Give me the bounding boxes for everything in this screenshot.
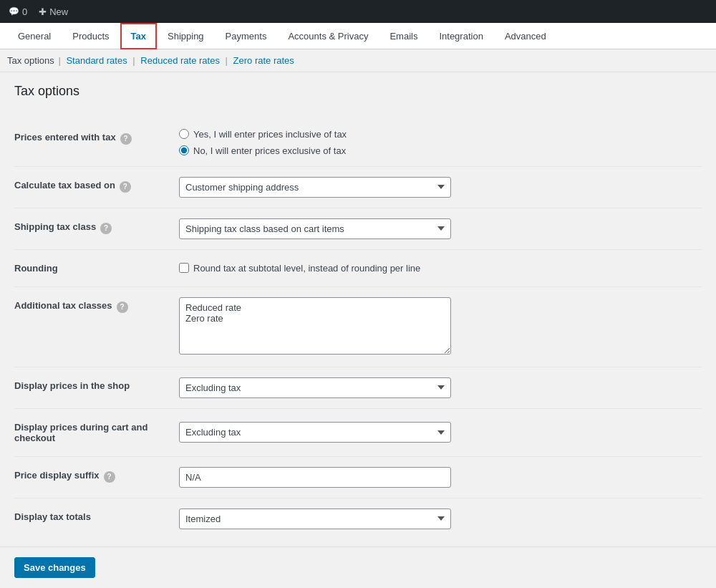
price-display-suffix-label: Price display suffix <box>14 470 100 481</box>
prices-tax-yes-radio[interactable] <box>179 129 189 139</box>
separator-1: | <box>58 55 60 66</box>
prices-tax-no-option[interactable]: No, I will enter prices exclusive of tax <box>179 145 695 156</box>
settings-table: Prices entered with tax ? Yes, I will en… <box>14 119 702 539</box>
price-display-suffix-row: Price display suffix ? <box>14 456 702 498</box>
prices-tax-no-radio[interactable] <box>179 145 189 155</box>
admin-bar: 💬 0 ✚ New <box>0 0 716 23</box>
plus-icon: ✚ <box>39 6 47 17</box>
new-item[interactable]: ✚ New <box>39 6 68 17</box>
tab-integration[interactable]: Integration <box>428 23 493 49</box>
prices-tax-no-label: No, I will enter prices exclusive of tax <box>193 145 346 156</box>
additional-tax-classes-label: Additional tax classes <box>14 300 112 311</box>
new-label: New <box>49 6 68 17</box>
separator-2: | <box>132 55 135 66</box>
shipping-tax-class-help-icon[interactable]: ? <box>100 223 112 234</box>
price-display-suffix-help-icon[interactable]: ? <box>104 471 115 483</box>
prices-tax-label: Prices entered with tax <box>14 132 116 143</box>
prices-tax-yes-option[interactable]: Yes, I will enter prices inclusive of ta… <box>179 129 695 140</box>
rounding-row: Rounding Round tax at subtotal level, in… <box>14 249 702 286</box>
rounding-checkbox-text: Round tax at subtotal level, instead of … <box>193 263 420 274</box>
calculate-tax-select[interactable]: Customer shipping address Customer billi… <box>179 177 451 198</box>
display-prices-shop-select[interactable]: Including tax Excluding tax <box>179 377 451 398</box>
separator-3: | <box>226 55 228 66</box>
price-display-suffix-input[interactable] <box>179 467 451 488</box>
tab-emails[interactable]: Emails <box>379 23 428 49</box>
footer-bar: Save changes <box>0 546 716 588</box>
display-prices-cart-label: Display prices during cart and checkout <box>14 422 147 443</box>
page-title: Tax options <box>14 84 702 105</box>
page-wrapper: General Products Tax Shipping Payments A… <box>0 23 716 588</box>
rounding-checkbox[interactable] <box>179 263 189 273</box>
sub-nav-reduced-rate-rates[interactable]: Reduced rate rates <box>140 55 220 66</box>
rounding-label: Rounding <box>14 263 58 274</box>
calculate-tax-label: Calculate tax based on <box>14 180 115 191</box>
prices-tax-radio-group: Yes, I will enter prices inclusive of ta… <box>179 129 695 156</box>
display-tax-totals-select[interactable]: Itemized As a single total <box>179 509 451 529</box>
tab-general[interactable]: General <box>7 23 62 49</box>
shipping-tax-class-row: Shipping tax class ? Shipping tax class … <box>14 208 702 249</box>
sub-nav-zero-rate-rates[interactable]: Zero rate rates <box>233 55 294 66</box>
display-tax-totals-label: Display tax totals <box>14 511 91 522</box>
display-tax-totals-row: Display tax totals Itemized As a single … <box>14 498 702 539</box>
tab-shipping[interactable]: Shipping <box>157 23 215 49</box>
additional-tax-classes-row: Additional tax classes ? Reduced rate Ze… <box>14 286 702 367</box>
comment-icon: 💬 <box>9 6 19 16</box>
additional-tax-classes-help-icon[interactable]: ? <box>117 302 128 313</box>
rounding-checkbox-label[interactable]: Round tax at subtotal level, instead of … <box>179 263 695 274</box>
tab-accounts-privacy[interactable]: Accounts & Privacy <box>277 23 379 49</box>
shipping-tax-class-label: Shipping tax class <box>14 221 96 232</box>
save-changes-button[interactable]: Save changes <box>14 557 95 578</box>
tab-products[interactable]: Products <box>62 23 120 49</box>
notification-count: 0 <box>22 6 27 17</box>
display-prices-shop-label: Display prices in the shop <box>14 380 130 391</box>
tab-advanced[interactable]: Advanced <box>494 23 557 49</box>
calculate-tax-help-icon[interactable]: ? <box>120 181 131 193</box>
prices-tax-help-icon[interactable]: ? <box>120 133 132 145</box>
shipping-tax-class-select[interactable]: Shipping tax class based on cart items S… <box>179 218 451 239</box>
sub-navigation: Tax options | Standard rates | Reduced r… <box>0 49 716 72</box>
notifications-item[interactable]: 💬 0 <box>9 6 27 17</box>
additional-tax-classes-textarea[interactable]: Reduced rate Zero rate <box>179 297 451 355</box>
prices-tax-yes-label: Yes, I will enter prices inclusive of ta… <box>193 129 347 140</box>
calculate-tax-row: Calculate tax based on ? Customer shippi… <box>14 166 702 208</box>
display-prices-cart-row: Display prices during cart and checkout … <box>14 408 702 456</box>
sub-nav-standard-rates[interactable]: Standard rates <box>66 55 127 66</box>
prices-tax-row: Prices entered with tax ? Yes, I will en… <box>14 119 702 167</box>
display-prices-shop-row: Display prices in the shop Including tax… <box>14 367 702 408</box>
tab-tax[interactable]: Tax <box>120 23 157 49</box>
display-prices-cart-select[interactable]: Including tax Excluding tax <box>179 422 451 443</box>
tabs-navigation: General Products Tax Shipping Payments A… <box>0 23 716 49</box>
tab-payments[interactable]: Payments <box>215 23 278 49</box>
sub-nav-current: Tax options <box>7 55 54 66</box>
content-area: Tax options Prices entered with tax ? Ye… <box>0 72 716 589</box>
